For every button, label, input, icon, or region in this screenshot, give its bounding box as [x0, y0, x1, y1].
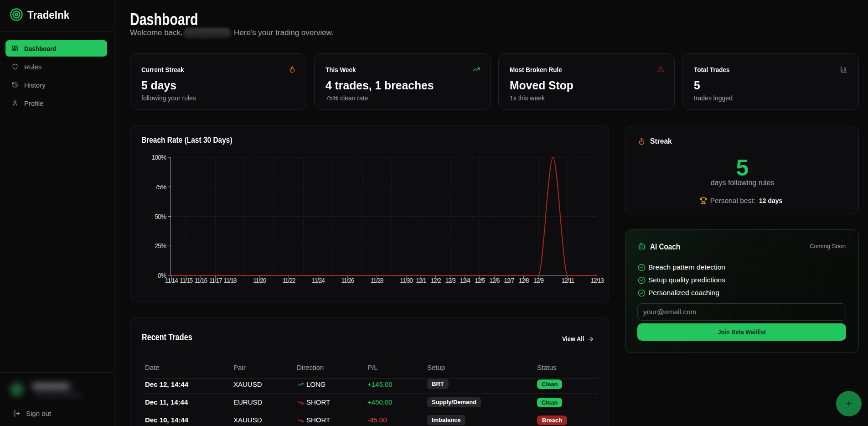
svg-text:12/9: 12/9: [533, 277, 544, 284]
svg-text:25%: 25%: [155, 242, 166, 249]
svg-text:12/3: 12/3: [445, 277, 456, 284]
svg-text:11/14: 11/14: [165, 277, 178, 284]
svg-text:11/30: 11/30: [400, 277, 413, 284]
svg-text:12/11: 12/11: [561, 277, 574, 284]
svg-text:12/7: 12/7: [504, 277, 515, 284]
svg-text:11/17: 11/17: [209, 277, 222, 284]
svg-text:50%: 50%: [155, 213, 166, 220]
svg-text:11/15: 11/15: [180, 277, 193, 284]
svg-text:12/4: 12/4: [460, 277, 471, 284]
svg-text:100%: 100%: [152, 154, 166, 161]
svg-text:11/18: 11/18: [224, 277, 237, 284]
svg-text:11/28: 11/28: [371, 277, 384, 284]
svg-text:12/1: 12/1: [416, 277, 427, 284]
svg-text:11/22: 11/22: [283, 277, 296, 284]
svg-text:12/5: 12/5: [475, 277, 486, 284]
svg-text:12/6: 12/6: [489, 277, 500, 284]
svg-text:75%: 75%: [155, 183, 166, 191]
svg-text:11/20: 11/20: [253, 277, 266, 284]
svg-text:12/8: 12/8: [519, 277, 530, 284]
svg-text:11/26: 11/26: [341, 277, 354, 284]
svg-text:12/13: 12/13: [590, 277, 604, 284]
svg-text:11/16: 11/16: [194, 277, 207, 284]
svg-text:11/24: 11/24: [312, 277, 325, 284]
svg-text:12/2: 12/2: [430, 277, 441, 284]
